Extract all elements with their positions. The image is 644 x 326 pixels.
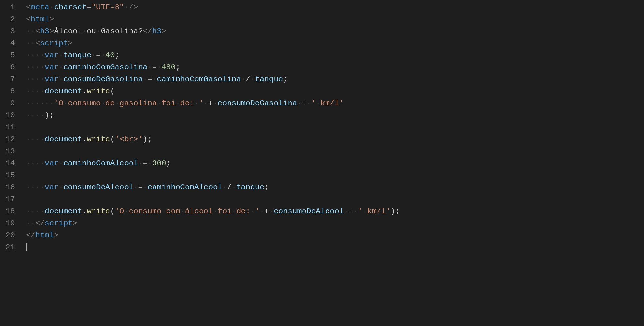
token-func: write [87,87,110,96]
token-tag: meta [31,3,49,12]
token-text: · [344,207,348,216]
code-line[interactable] [21,169,644,181]
token-text: · [147,159,152,168]
code-line[interactable]: ····var·caminhoComGasolina·=·480; [21,61,644,73]
token-punc: . [82,135,87,144]
line-number: 6 [0,61,15,73]
token-text: · [59,159,63,168]
code-line[interactable] [21,241,644,253]
line-number-gutter: 123456789101112131415161718192021 [0,0,21,326]
token-var: consumoDeAlcool [63,183,133,192]
token-text: · [143,183,147,192]
code-line[interactable]: ··<script> [21,37,644,49]
token-func: write [87,207,110,216]
token-op: + [208,99,213,108]
code-line[interactable]: ····var·caminhoComAlcool·=·300; [21,157,644,169]
token-kw: var [45,51,59,60]
token-punc: . [82,207,87,216]
token-tag: script [40,39,68,48]
token-text: · [133,183,138,192]
token-brk: </ [143,27,152,36]
token-punc: ( [110,135,115,144]
token-kw: var [45,183,59,192]
token-op: / [227,183,231,192]
token-kw: var [45,63,59,72]
line-number: 4 [0,37,15,49]
token-text: · [241,75,245,84]
line-number: 17 [0,193,15,205]
line-number: 18 [0,205,15,217]
token-lit: '·km/l' [358,207,391,216]
token-brk: </ [26,231,35,240]
code-line[interactable]: ····var·consumoDeGasolina·=·caminhoComGa… [21,73,644,85]
token-punc: ) [390,207,395,216]
token-text: · [232,183,236,192]
token-op: = [147,75,152,84]
token-text: · [152,75,157,84]
text-cursor [26,243,27,251]
line-number: 2 [0,13,15,25]
token-op: = [152,63,157,72]
token-punc: ; [264,183,269,192]
token-brk: < [26,15,31,24]
token-brk: /> [129,3,138,12]
token-var: caminhoComAlcool [147,183,222,192]
code-line[interactable] [21,193,644,205]
token-brk: > [162,27,166,36]
line-number: 8 [0,85,15,97]
token-tag: html [31,15,49,24]
line-number: 14 [0,157,15,169]
token-punc: ( [110,207,115,216]
line-number: 19 [0,217,15,229]
code-line[interactable]: ··</script> [21,217,644,229]
token-text: · [49,3,54,12]
token-attr: charset [54,3,87,12]
token-brk: < [35,39,40,48]
token-text: · [157,63,161,72]
code-line[interactable]: <meta·charset="UTF-8"·/> [21,1,644,13]
token-punc: ; [283,75,288,84]
token-text: · [250,75,255,84]
code-line[interactable] [21,121,644,133]
token-text: · [306,99,311,108]
token-var: consumoDeGasolina [217,99,297,108]
token-text: · [269,207,274,216]
token-op: = [96,51,101,60]
token-tag: html [35,231,54,240]
token-text: · [101,51,105,60]
token-op: + [302,99,306,108]
token-var: caminhoComGasolina [63,63,147,72]
token-op: + [349,207,353,216]
code-line[interactable]: ····var·tanque·=·40; [21,49,644,61]
code-line[interactable]: ····document.write('<br>'); [21,133,644,145]
token-obj: document [45,135,82,144]
token-op: = [87,3,91,12]
code-line[interactable]: </html> [21,229,644,241]
token-var: consumoDeAlcool [274,207,344,216]
token-brk: > [73,219,77,228]
token-text: · [143,75,147,84]
token-text: · [297,99,302,108]
token-brk: > [54,231,58,240]
token-var: tanque [236,183,264,192]
line-number: 11 [0,121,15,133]
token-var: caminhoComGasolina [157,75,241,84]
code-line[interactable]: ····var·consumoDeAlcool·=·caminhoComAlco… [21,181,644,193]
code-line[interactable]: <html> [21,13,644,25]
token-punc: ; [176,63,180,72]
code-line[interactable]: ······'O·consumo·de·gasolina·foi·de:·'·+… [21,97,644,109]
code-line[interactable]: ····document.write('O·consumo·com·álcool… [21,205,644,217]
code-area[interactable]: <meta·charset="UTF-8"·/><html>··<h3>Álco… [21,0,644,326]
token-punc: ; [115,51,119,60]
line-number: 13 [0,145,15,157]
token-text: · [59,183,63,192]
token-kw: var [45,159,59,168]
code-line[interactable]: ····); [21,109,644,121]
code-line[interactable]: ····document.write( [21,85,644,97]
token-text: · [59,75,63,84]
line-number: 12 [0,133,15,145]
code-line[interactable]: ··<h3>Álcool·ou·Gasolina?</h3> [21,25,644,37]
code-line[interactable] [21,145,644,157]
token-text: · [222,183,227,192]
token-text: · [138,159,143,168]
